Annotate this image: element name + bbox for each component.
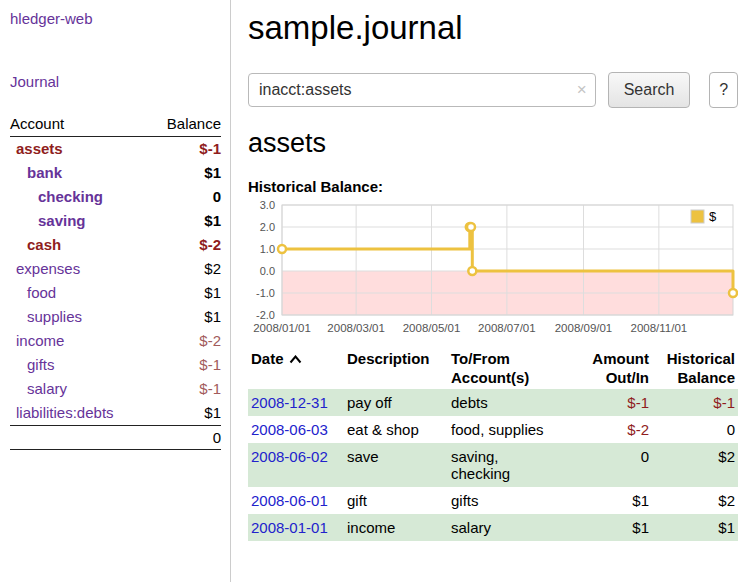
account-link-checking[interactable]: checking xyxy=(38,185,103,209)
account-link-bank[interactable]: bank xyxy=(27,161,62,185)
transaction-date-link[interactable]: 2008-06-01 xyxy=(251,492,328,509)
account-row: liabilities:debts$1 xyxy=(10,401,221,425)
historical-balance-chart: 3.02.01.00.0-1.0-2.02008/01/012008/03/01… xyxy=(248,199,738,335)
search-input[interactable] xyxy=(248,73,596,107)
accounts-total-row: 0 xyxy=(10,425,221,450)
transaction-amount-cell: 0 xyxy=(576,443,652,487)
register-row: 2008-12-31pay offdebts$-1$-1 xyxy=(248,389,738,416)
y-tick-label: 3.0 xyxy=(260,199,275,211)
transaction-date-cell: 2008-12-31 xyxy=(248,389,344,416)
x-tick-label: 2008/05/01 xyxy=(403,322,461,334)
account-balance: $1 xyxy=(204,401,221,425)
account-balance: $-1 xyxy=(199,137,221,161)
transaction-date-cell: 2008-06-02 xyxy=(248,443,344,487)
account-heading: assets xyxy=(248,128,738,159)
transaction-balance-cell: $2 xyxy=(652,443,738,487)
x-tick-label: 2008/07/01 xyxy=(478,322,536,334)
column-header-historical-balance: Historical Balance xyxy=(652,347,738,389)
transaction-accounts-cell: food, supplies xyxy=(448,416,576,443)
account-row: assets$-1 xyxy=(10,137,221,161)
account-link-salary[interactable]: salary xyxy=(27,377,67,401)
register-row: 2008-06-01giftgifts$1$2 xyxy=(248,487,738,514)
transaction-accounts-cell: saving, checking xyxy=(448,443,576,487)
y-tick-label: -1.0 xyxy=(256,287,275,299)
account-row: bank$1 xyxy=(10,161,221,185)
nav-journal-link[interactable]: Journal xyxy=(10,73,59,90)
transaction-date-link[interactable]: 2008-12-31 xyxy=(251,394,328,411)
legend-swatch xyxy=(691,210,704,223)
register-table: Date Description To/From Account(s) Amou… xyxy=(248,347,738,541)
y-tick-label: 1.0 xyxy=(260,243,275,255)
y-tick-label: 2.0 xyxy=(260,221,275,233)
register-body: 2008-12-31pay offdebts$-1$-12008-06-03ea… xyxy=(248,389,738,541)
transaction-amount-cell: $1 xyxy=(576,514,652,541)
account-row: income$-2 xyxy=(10,329,221,353)
account-balance: $-2 xyxy=(199,329,221,353)
legend-label: $ xyxy=(709,209,717,224)
account-link-saving[interactable]: saving xyxy=(38,209,86,233)
account-row: food$1 xyxy=(10,281,221,305)
column-header-date[interactable]: Date xyxy=(248,347,344,389)
transaction-amount-cell: $1 xyxy=(576,487,652,514)
clear-search-icon[interactable]: × xyxy=(577,80,587,100)
accounts-table-header: Account Balance xyxy=(10,113,221,137)
transaction-date-link[interactable]: 2008-01-01 xyxy=(251,519,328,536)
y-tick-label: -2.0 xyxy=(256,309,275,321)
transaction-balance-cell: $2 xyxy=(652,487,738,514)
account-link-food[interactable]: food xyxy=(27,281,56,305)
account-column-header: Account xyxy=(10,115,64,132)
account-balance: 0 xyxy=(213,185,221,209)
account-balance: $-1 xyxy=(199,353,221,377)
account-row: supplies$1 xyxy=(10,305,221,329)
transaction-description-cell: save xyxy=(344,443,448,487)
page-title: sample.journal xyxy=(248,9,738,47)
account-link-supplies[interactable]: supplies xyxy=(27,305,82,329)
balance-column-header: Balance xyxy=(167,115,221,132)
data-point-marker xyxy=(729,289,737,297)
search-box: × xyxy=(248,73,596,107)
account-row: saving$1 xyxy=(10,209,221,233)
transaction-date-cell: 2008-01-01 xyxy=(248,514,344,541)
account-link-cash[interactable]: cash xyxy=(27,233,61,257)
app-title-link[interactable]: hledger-web xyxy=(10,10,93,27)
transaction-balance-cell: 0 xyxy=(652,416,738,443)
account-link-assets[interactable]: assets xyxy=(16,137,63,161)
transaction-balance-cell: $1 xyxy=(652,514,738,541)
transaction-date-cell: 2008-06-03 xyxy=(248,416,344,443)
transaction-date-cell: 2008-06-01 xyxy=(248,487,344,514)
transaction-description-cell: income xyxy=(344,514,448,541)
account-link-income[interactable]: income xyxy=(16,329,64,353)
account-balance: $2 xyxy=(204,257,221,281)
account-link-gifts[interactable]: gifts xyxy=(27,353,55,377)
transaction-date-link[interactable]: 2008-06-02 xyxy=(251,448,328,465)
transaction-accounts-cell: gifts xyxy=(448,487,576,514)
transaction-date-link[interactable]: 2008-06-03 xyxy=(251,421,328,438)
accounts-list: assets$-1bank$1checking0saving$1cash$-2e… xyxy=(10,137,221,425)
register-header-row: Date Description To/From Account(s) Amou… xyxy=(248,347,738,389)
column-header-description: Description xyxy=(344,347,448,389)
data-point-marker xyxy=(468,267,476,275)
search-button[interactable]: Search xyxy=(608,72,691,108)
account-balance: $-2 xyxy=(199,233,221,257)
account-row: expenses$2 xyxy=(10,257,221,281)
date-header-label: Date xyxy=(251,350,284,367)
app-title: hledger-web xyxy=(10,10,221,28)
data-point-marker xyxy=(467,223,475,231)
account-row: checking0 xyxy=(10,185,221,209)
account-balance: $1 xyxy=(204,281,221,305)
transaction-description-cell: pay off xyxy=(344,389,448,416)
sidebar: hledger-web Journal Account Balance asse… xyxy=(0,0,231,582)
register-row: 2008-06-02savesaving, checking0$2 xyxy=(248,443,738,487)
chart-title: Historical Balance: xyxy=(248,178,738,195)
search-bar: × Search ? xyxy=(248,72,738,108)
help-button[interactable]: ? xyxy=(709,72,738,108)
transaction-description-cell: eat & shop xyxy=(344,416,448,443)
y-tick-label: 0.0 xyxy=(260,265,275,277)
transaction-amount-cell: $-1 xyxy=(576,389,652,416)
sort-ascending-icon xyxy=(289,355,302,364)
account-balance: $1 xyxy=(204,209,221,233)
account-link-liabilities-debts[interactable]: liabilities:debts xyxy=(16,401,114,425)
account-link-expenses[interactable]: expenses xyxy=(16,257,80,281)
account-row: salary$-1 xyxy=(10,377,221,401)
account-balance: $1 xyxy=(204,305,221,329)
